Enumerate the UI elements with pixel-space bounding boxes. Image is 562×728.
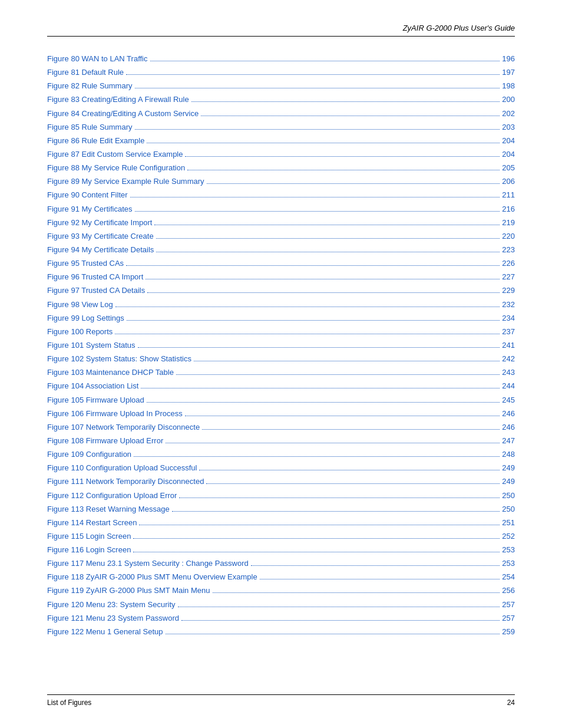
toc-dots xyxy=(172,511,500,512)
toc-item: Figure 89 My Service Example Rule Summar… xyxy=(47,176,515,187)
toc-item: Figure 114 Restart Screen251 xyxy=(47,517,515,529)
toc-dots xyxy=(141,388,500,388)
toc-link[interactable]: Figure 113 Reset Warning Message xyxy=(47,503,170,515)
toc-page-number: 204 xyxy=(502,135,515,147)
toc-item: Figure 116 Login Screen253 xyxy=(47,544,515,556)
toc-dots xyxy=(206,483,500,484)
toc-dots xyxy=(185,156,500,157)
toc-link[interactable]: Figure 94 My Certificate Details xyxy=(47,244,154,256)
toc-page-number: 226 xyxy=(502,258,515,269)
toc-link[interactable]: Figure 86 Rule Edit Example xyxy=(47,135,144,147)
toc-item: Figure 90 Content Filter211 xyxy=(47,189,515,201)
toc-link[interactable]: Figure 115 Login Screen xyxy=(47,531,131,542)
toc-link[interactable]: Figure 100 Reports xyxy=(47,326,113,338)
toc-page-number: 220 xyxy=(502,230,515,242)
toc-link[interactable]: Figure 107 Network Temporarily Disconnec… xyxy=(47,421,200,433)
toc-link[interactable]: Figure 112 Configuration Upload Error xyxy=(47,490,177,502)
toc-link[interactable]: Figure 88 My Service Rule Configuration xyxy=(47,162,185,174)
toc-link[interactable]: Figure 118 ZyAIR G-2000 Plus SMT Menu Ov… xyxy=(47,571,257,583)
toc-page-number: 229 xyxy=(502,285,515,297)
toc-link[interactable]: Figure 92 My Certificate Import xyxy=(47,217,152,229)
toc-page-number: 245 xyxy=(502,394,515,406)
toc-page-number: 237 xyxy=(502,326,515,338)
toc-dots xyxy=(138,347,500,348)
toc-page-number: 242 xyxy=(502,353,515,365)
toc-link[interactable]: Figure 106 Firmware Upload In Process xyxy=(47,408,183,420)
toc-link[interactable]: Figure 96 Trusted CA Import xyxy=(47,271,143,283)
toc-page-number: 248 xyxy=(502,449,515,460)
toc-page-number: 254 xyxy=(502,571,515,583)
toc-dots xyxy=(191,101,500,102)
toc-dots xyxy=(126,265,500,266)
toc-link[interactable]: Figure 101 System Status xyxy=(47,340,135,351)
toc-link[interactable]: Figure 90 Content Filter xyxy=(47,189,128,201)
toc-item: Figure 99 Log Settings234 xyxy=(47,312,515,324)
toc-link[interactable]: Figure 104 Association List xyxy=(47,380,138,392)
toc-link[interactable]: Figure 81 Default Rule xyxy=(47,67,124,78)
toc-link[interactable]: Figure 103 Maintenance DHCP Table xyxy=(47,367,174,378)
toc-item: Figure 84 Creating/Editing A Custom Serv… xyxy=(47,108,515,120)
toc-link[interactable]: Figure 97 Trusted CA Details xyxy=(47,285,145,297)
toc-dots xyxy=(156,238,500,239)
toc-link[interactable]: Figure 122 Menu 1 General Setup xyxy=(47,626,163,638)
toc-link[interactable]: Figure 98 View Log xyxy=(47,299,113,311)
toc-item: Figure 101 System Status241 xyxy=(47,340,515,351)
toc-page-number: 243 xyxy=(502,367,515,378)
toc-page-number: 257 xyxy=(502,612,515,624)
header-title: ZyAIR G-2000 Plus User's Guide xyxy=(403,24,515,32)
toc-link[interactable]: Figure 105 Firmware Upload xyxy=(47,394,144,406)
toc-link[interactable]: Figure 121 Menu 23 System Password xyxy=(47,612,179,624)
toc-item: Figure 119 ZyAIR G-2000 Plus SMT Main Me… xyxy=(47,585,515,597)
toc-page-number: 246 xyxy=(502,408,515,420)
toc-link[interactable]: Figure 110 Configuration Upload Successf… xyxy=(47,462,197,474)
toc-item: Figure 81 Default Rule197 xyxy=(47,67,515,78)
toc-link[interactable]: Figure 116 Login Screen xyxy=(47,544,131,556)
toc-link[interactable]: Figure 117 Menu 23.1 System Security : C… xyxy=(47,558,249,569)
toc-link[interactable]: Figure 93 My Certificate Create xyxy=(47,230,154,242)
toc-dots xyxy=(194,361,500,361)
toc-page-number: 211 xyxy=(502,189,515,201)
toc-item: Figure 96 Trusted CA Import227 xyxy=(47,271,515,283)
toc-page-number: 204 xyxy=(502,149,515,160)
toc-dots xyxy=(133,538,500,539)
toc-dots xyxy=(127,320,500,321)
toc-link[interactable]: Figure 111 Network Temporarily Disconnec… xyxy=(47,476,204,487)
toc-page-number: 256 xyxy=(502,585,515,597)
toc-link[interactable]: Figure 87 Edit Custom Service Example xyxy=(47,149,183,160)
toc-page-number: 241 xyxy=(502,340,515,351)
toc-link[interactable]: Figure 114 Restart Screen xyxy=(47,517,137,529)
toc-item: Figure 117 Menu 23.1 System Security : C… xyxy=(47,558,515,569)
toc-link[interactable]: Figure 102 System Status: Show Statistic… xyxy=(47,353,191,365)
toc-link[interactable]: Figure 109 Configuration xyxy=(47,449,131,460)
toc-link[interactable]: Figure 84 Creating/Editing A Custom Serv… xyxy=(47,108,199,120)
toc-link[interactable]: Figure 95 Trusted CAs xyxy=(47,258,124,269)
toc-dots xyxy=(178,607,500,607)
toc-dots xyxy=(126,74,500,75)
toc-item: Figure 122 Menu 1 General Setup259 xyxy=(47,626,515,638)
toc-dots xyxy=(187,170,500,170)
toc-link[interactable]: Figure 80 WAN to LAN Traffic xyxy=(47,53,148,65)
toc-page-number: 252 xyxy=(502,531,515,542)
toc-item: Figure 93 My Certificate Create220 xyxy=(47,230,515,242)
toc-page-number: 219 xyxy=(502,217,515,229)
toc-page-number: 202 xyxy=(502,108,515,120)
toc-link[interactable]: Figure 120 Menu 23: System Security xyxy=(47,599,176,611)
toc-item: Figure 92 My Certificate Import219 xyxy=(47,217,515,229)
toc-item: Figure 100 Reports237 xyxy=(47,326,515,338)
toc-link[interactable]: Figure 89 My Service Example Rule Summar… xyxy=(47,176,204,187)
toc-item: Figure 112 Configuration Upload Error250 xyxy=(47,490,515,502)
toc-page-number: 200 xyxy=(502,94,515,106)
toc-link[interactable]: Figure 108 Firmware Upload Error xyxy=(47,435,163,447)
toc-link[interactable]: Figure 99 Log Settings xyxy=(47,312,124,324)
toc-dots xyxy=(154,225,500,225)
toc-dots xyxy=(147,143,500,143)
toc-link[interactable]: Figure 119 ZyAIR G-2000 Plus SMT Main Me… xyxy=(47,585,210,597)
toc-item: Figure 120 Menu 23: System Security257 xyxy=(47,599,515,611)
toc-page-number: 197 xyxy=(502,67,515,78)
toc-link[interactable]: Figure 83 Creating/Editing A Firewall Ru… xyxy=(47,94,189,106)
toc-link[interactable]: Figure 82 Rule Summary xyxy=(47,80,133,92)
toc-item: Figure 82 Rule Summary198 xyxy=(47,80,515,92)
toc-link[interactable]: Figure 85 Rule Summary xyxy=(47,121,133,133)
toc-link[interactable]: Figure 91 My Certificates xyxy=(47,203,133,215)
toc-dots xyxy=(201,116,500,116)
